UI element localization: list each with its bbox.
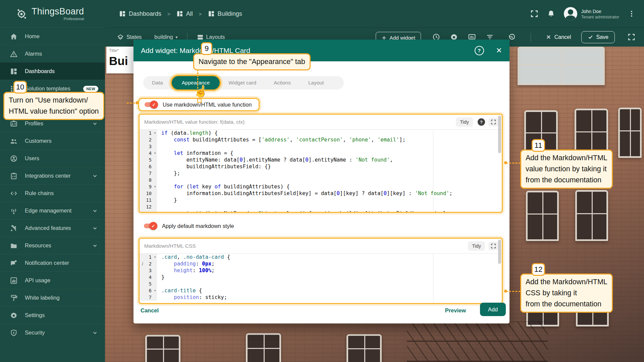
callout11-connector-dot (504, 161, 507, 164)
apply-default-style-toggle-row: ✓ Apply default markdown style (143, 223, 234, 229)
use-markdown-function-toggle[interactable]: ✓ (144, 101, 157, 108)
tidy-button[interactable]: Tidy (456, 117, 473, 127)
preview-button[interactable]: Preview (445, 307, 466, 314)
sidebar-item-integrations-center[interactable]: Integrations center (0, 167, 105, 184)
dialog-footer: Cancel Preview Add (133, 303, 509, 323)
building-window (618, 108, 642, 158)
tidy-button[interactable]: Tidy (468, 241, 485, 251)
title-field-value[interactable]: Bui (109, 54, 135, 68)
callout10-connector-dot (136, 101, 139, 104)
fire-escape (407, 321, 548, 362)
gear-icon (10, 312, 17, 319)
callout9-number-badge: 9 (201, 42, 212, 55)
fullscreen-icon (491, 243, 496, 249)
thingsboard-logo[interactable]: ThingsBoard Professional (0, 7, 105, 21)
building-window (346, 334, 382, 362)
sidebar-item-home[interactable]: Home (0, 27, 105, 45)
dialog-cancel-button[interactable]: Cancel (141, 307, 159, 314)
new-badge: NEW (83, 86, 98, 92)
dashboard-title-panel: Title* Bui (106, 46, 135, 73)
folder-icon (10, 242, 17, 249)
user-name: John Doe (581, 8, 619, 15)
close-dialog-icon[interactable]: ✕ (496, 46, 502, 55)
callout9-instruction: Navigate to the "Appearance" tab (193, 53, 311, 70)
fullscreen-icon[interactable] (628, 33, 635, 41)
tab-layout[interactable]: Layout (300, 80, 333, 86)
code-area[interactable]: 1▾if (data.length) {2 const buildingAttr… (140, 129, 502, 212)
breadcrumb-dashboards[interactable]: Dashboards (119, 10, 161, 17)
sidebar-item-settings[interactable]: Settings (0, 306, 105, 324)
chevron-down-icon (92, 207, 98, 214)
tab-actions[interactable]: Actions (265, 80, 300, 86)
cancel-edit-button[interactable]: Cancel (546, 34, 571, 40)
building-window (526, 191, 559, 241)
notifications-bell-icon[interactable] (547, 10, 555, 18)
title-field-label: Title* (109, 48, 135, 53)
avatar (564, 7, 577, 20)
breadcrumb-separator: > (167, 11, 170, 17)
editor-scrollbar[interactable] (498, 116, 501, 153)
dashboard-icon (208, 10, 215, 17)
more-options-icon[interactable] (628, 10, 635, 17)
markdown-function-editor: Markdown/HTML value function: f(data, ct… (139, 114, 503, 213)
sidebar-item-users[interactable]: Users (0, 149, 105, 167)
caret-down-icon: ▾ (176, 35, 178, 40)
editor-fullscreen-button[interactable] (488, 242, 498, 250)
save-dashboard-button[interactable]: Save (581, 31, 615, 43)
sidebar-item-advanced-features[interactable]: Advanced features (0, 219, 105, 237)
sidebar-item-security[interactable]: Security (0, 324, 105, 341)
sidebar-item-customers[interactable]: Customers (0, 132, 105, 149)
integrations-clipboard-icon (10, 172, 17, 180)
toggle-label: Use markdown/HTML value function (163, 102, 252, 108)
sidebar-item-rule-chains[interactable]: Rule chains (0, 184, 105, 202)
id-card-icon (10, 120, 17, 127)
toggle-label: Apply default markdown style (162, 223, 234, 229)
thingsboard-logo-icon (15, 7, 28, 20)
toolbar-divider (531, 33, 531, 42)
dialog-header: Add widget: Markdown/HTML Card ? ✕ (133, 40, 509, 61)
close-icon (546, 34, 551, 40)
callout10-instruction: Turn on "Use markdown/ HTML value functi… (3, 92, 104, 120)
widget-config-tabs: Data Appearance Widget card Actions Layo… (143, 76, 344, 89)
user-menu[interactable]: John Doe Tenant administrator (564, 7, 619, 20)
sidebar-item-alarms[interactable]: Alarms (0, 45, 105, 62)
breadcrumb-all[interactable]: All (176, 10, 193, 17)
apply-default-style-toggle[interactable]: ✓ (143, 223, 157, 229)
breadcrumb-buildings[interactable]: Buildings (208, 10, 242, 17)
sidebar-item-dashboards[interactable]: Dashboards (0, 62, 105, 80)
thingsboard-app: Title* Bui ThingsBoard Professional Dash… (0, 0, 644, 362)
person-icon (10, 155, 17, 162)
mouse-cursor-hand: ☝ (194, 84, 208, 98)
fullscreen-icon (491, 119, 496, 125)
sidebar-item-api-usage[interactable]: API usage (0, 272, 105, 289)
add-widget-dialog: Add widget: Markdown/HTML Card ? ✕ Data … (133, 40, 509, 323)
tools-icon (10, 225, 17, 232)
antenna-icon (10, 207, 17, 215)
notification-flag-icon (10, 259, 17, 267)
editor-scrollbar[interactable] (498, 240, 501, 264)
tab-data[interactable]: Data (143, 80, 172, 86)
callout12-instruction: Add the Markdown/HTML CSS by taking it f… (520, 274, 613, 313)
editor-fullscreen-button[interactable] (488, 118, 498, 126)
sidebar-item-notification-center[interactable]: Notification center (0, 254, 105, 272)
help-icon[interactable]: ? (475, 46, 484, 55)
sidebar-item-white-labeling[interactable]: White labeling (0, 289, 105, 306)
callout11-connector (506, 163, 521, 164)
tab-widget-card[interactable]: Widget card (220, 80, 265, 86)
editor-label: Markdown/HTML value function: f(data, ct… (144, 119, 452, 125)
fullscreen-icon[interactable] (530, 10, 538, 18)
chevron-down-icon (92, 242, 98, 249)
toggle-check-icon: ✓ (150, 101, 158, 109)
add-button[interactable]: Add (480, 303, 506, 316)
logo-subtitle: Professional (32, 17, 84, 21)
markdown-css-editor: Markdown/HTML CSS Tidy 1▾.card, .no-data… (139, 238, 503, 304)
callout11-number-badge: 11 (532, 139, 545, 152)
code-area[interactable]: 1▾.card, .no-data-card {i2 padding: 0px;… (140, 253, 502, 303)
state-select[interactable]: building ▾ (154, 34, 177, 40)
dashboard-icon (119, 10, 126, 17)
sidebar-item-resources[interactable]: Resources (0, 237, 105, 254)
sidebar-item-edge-management[interactable]: Edge management (0, 202, 105, 219)
check-icon (588, 34, 593, 40)
code-brackets-icon (10, 190, 17, 197)
editor-help-icon[interactable]: ? (478, 118, 485, 126)
